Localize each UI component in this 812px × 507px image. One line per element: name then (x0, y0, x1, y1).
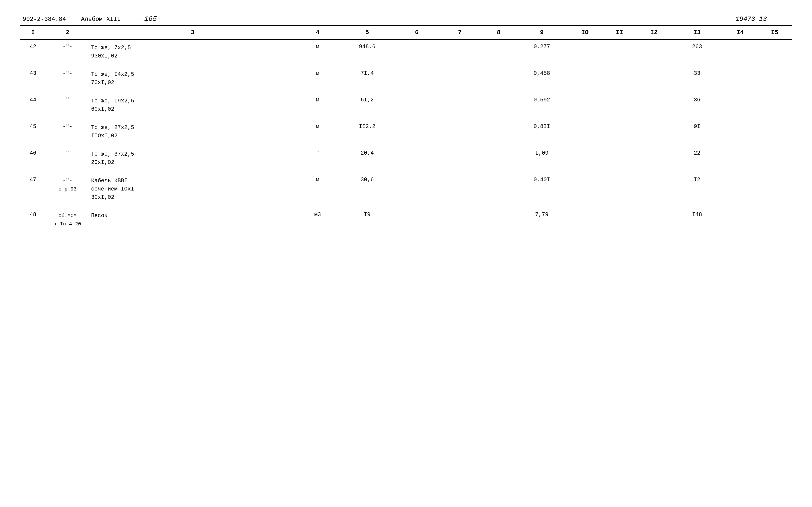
col-header-7: 7 (439, 26, 481, 40)
row-desc: То же, 7х2,5930хI,02 (89, 40, 296, 61)
row-desc: То же, 37х2,520хI,02 (89, 146, 296, 168)
row-qty: 30,6 (339, 173, 395, 203)
spacer (20, 168, 792, 173)
row-col14 (723, 146, 757, 168)
col-header-5: 5 (339, 26, 395, 40)
row-col11 (602, 40, 637, 61)
row-col12 (637, 40, 671, 61)
row-col11 (602, 119, 637, 141)
row-total: 9I (671, 119, 723, 141)
row-col12 (637, 66, 671, 88)
row-qty: I9 (339, 208, 395, 229)
row-col6 (395, 173, 439, 203)
row-unit: м (296, 173, 339, 203)
row-desc: То же, 27х2,5IIOхI,02 (89, 119, 296, 141)
row-col15 (757, 146, 792, 168)
row-desc: То же, I9х2,560хI,02 (89, 93, 296, 114)
row-col10 (568, 66, 602, 88)
album-label: Альбом XIII (81, 16, 121, 22)
row-total: 22 (671, 146, 723, 168)
row-col8 (481, 146, 516, 168)
row-total: I48 (671, 208, 723, 229)
row-col12 (637, 119, 671, 141)
row-num: 48 (20, 208, 46, 229)
row-unit: м3 (296, 208, 339, 229)
row-qty: 948,6 (339, 40, 395, 61)
table-row: 47 -"-стр.93 Кабель КВВГсечением IОхI30х… (20, 173, 792, 203)
row-unit: " (296, 146, 339, 168)
spacer (20, 141, 792, 146)
row-ref: -"-стр.93 (46, 173, 89, 203)
row-col7 (439, 173, 481, 203)
col-header-14: I4 (723, 26, 757, 40)
row-col15 (757, 40, 792, 61)
row-col8 (481, 93, 516, 114)
col-header-6: 6 (395, 26, 439, 40)
row-price: 0,8II (516, 119, 568, 141)
row-desc: Кабель КВВГсечением IОхI30хI,02 (89, 173, 296, 203)
row-col7 (439, 93, 481, 114)
row-col11 (602, 146, 637, 168)
row-col15 (757, 173, 792, 203)
row-col8 (481, 119, 516, 141)
row-price: 0,458 (516, 66, 568, 88)
row-col10 (568, 208, 602, 229)
row-num: 42 (20, 40, 46, 61)
row-price: I,09 (516, 146, 568, 168)
row-col15 (757, 66, 792, 88)
row-col10 (568, 173, 602, 203)
row-col14 (723, 208, 757, 229)
row-total: 33 (671, 66, 723, 88)
row-col7 (439, 40, 481, 61)
row-qty: 6I,2 (339, 93, 395, 114)
row-col11 (602, 66, 637, 88)
row-price: 0,592 (516, 93, 568, 114)
row-total: 263 (671, 40, 723, 61)
col-header-9: 9 (516, 26, 568, 40)
row-col6 (395, 208, 439, 229)
row-col6 (395, 66, 439, 88)
row-price: 0,277 (516, 40, 568, 61)
row-col14 (723, 119, 757, 141)
row-col6 (395, 93, 439, 114)
header-area: 902-2-384.84 Альбом XIII - 165- 19473-13 (20, 15, 792, 23)
column-header-row: I 2 3 4 5 6 7 8 9 IO II I2 I3 I4 I5 (20, 26, 792, 40)
table-row: 42 -"- То же, 7х2,5930хI,02 м 948,6 0,27… (20, 40, 792, 61)
row-col11 (602, 208, 637, 229)
row-col6 (395, 119, 439, 141)
row-ref: -"- (46, 146, 89, 168)
col-header-15: I5 (757, 26, 792, 40)
row-col8 (481, 40, 516, 61)
table-row: 43 -"- То же, I4х2,570хI,02 м 7I,4 0,458… (20, 66, 792, 88)
row-col11 (602, 173, 637, 203)
row-unit: м (296, 93, 339, 114)
row-num: 46 (20, 146, 46, 168)
row-total: 36 (671, 93, 723, 114)
row-ref: -"- (46, 119, 89, 141)
row-col8 (481, 173, 516, 203)
row-num: 44 (20, 93, 46, 114)
row-col8 (481, 208, 516, 229)
row-ref: -"- (46, 66, 89, 88)
col-header-13: I3 (671, 26, 723, 40)
doc-number: 902-2-384.84 (22, 16, 66, 22)
row-col15 (757, 119, 792, 141)
row-unit: м (296, 40, 339, 61)
table-row: 46 -"- То же, 37х2,520хI,02 " 20,4 I,09 … (20, 146, 792, 168)
spacer (20, 203, 792, 208)
spacer (20, 61, 792, 66)
row-col14 (723, 173, 757, 203)
row-col11 (602, 93, 637, 114)
row-qty: 20,4 (339, 146, 395, 168)
col-header-1: I (20, 26, 46, 40)
table-row: 44 -"- То же, I9х2,560хI,02 м 6I,2 0,592… (20, 93, 792, 114)
col-header-10: IO (568, 26, 602, 40)
row-ref: -"- (46, 93, 89, 114)
page-number: - 165- (136, 15, 161, 23)
row-col12 (637, 93, 671, 114)
col-header-11: II (602, 26, 637, 40)
row-col10 (568, 93, 602, 114)
row-col12 (637, 208, 671, 229)
col-header-2: 2 (46, 26, 89, 40)
spacer (20, 88, 792, 93)
